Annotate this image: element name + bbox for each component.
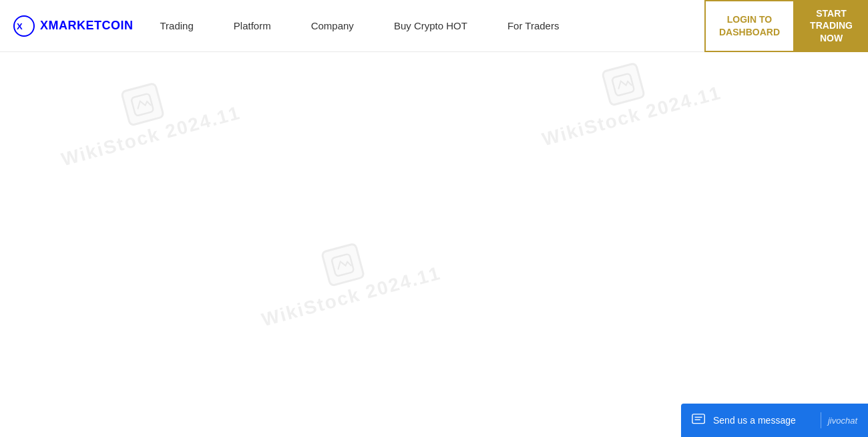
jivo-chat-widget[interactable]: Send us a message jivochat [681, 404, 868, 437]
nav-item-company[interactable]: Company [311, 20, 354, 31]
svg-text:X: X [17, 21, 23, 31]
watermark-top-left: WikiStock 2024.11 [49, 63, 243, 170]
watermark-center: WikiStock 2024.11 [249, 223, 443, 331]
svg-rect-2 [131, 93, 154, 116]
nav-item-buy-crypto[interactable]: Buy Crypto HOT [394, 20, 467, 31]
main-nav: Trading Platform Company Buy Crypto HOT … [160, 20, 705, 31]
start-trading-button[interactable]: STARTTRADINGNOW [795, 0, 868, 52]
login-dashboard-button[interactable]: LOGIN TODASHBOARD [704, 0, 795, 52]
jivo-message-text: Send us a message [713, 415, 814, 426]
jivo-brand-text: jivochat [828, 416, 857, 426]
logo-text: XMARKETCOIN [40, 19, 134, 33]
logo-link[interactable]: X XMARKETCOIN [13, 15, 134, 37]
svg-rect-3 [612, 73, 634, 96]
start-trading-label: STARTTRADINGNOW [810, 7, 853, 44]
login-button-label: LOGIN TODASHBOARD [719, 13, 780, 37]
nav-item-platform[interactable]: Platform [234, 20, 271, 31]
nav-actions: LOGIN TODASHBOARD STARTTRADINGNOW [704, 0, 868, 51]
nav-item-trading[interactable]: Trading [160, 20, 194, 31]
watermark-text-1: WikiStock 2024.11 [59, 102, 242, 170]
svg-rect-4 [331, 253, 354, 276]
logo-icon: X [13, 15, 35, 37]
watermark-text-2: WikiStock 2024.11 [539, 82, 723, 150]
watermark-text-3: WikiStock 2024.11 [259, 263, 443, 331]
jivo-divider [821, 412, 821, 428]
svg-rect-5 [692, 414, 704, 424]
message-icon [692, 413, 706, 428]
watermark-top-right: WikiStock 2024.11 [529, 52, 724, 150]
nav-item-for-traders[interactable]: For Traders [507, 20, 560, 31]
main-content: WikiStock 2024.11 WikiStock 2024.11 Wiki… [0, 52, 868, 437]
site-header: X XMARKETCOIN Trading Platform Company B… [0, 0, 868, 52]
